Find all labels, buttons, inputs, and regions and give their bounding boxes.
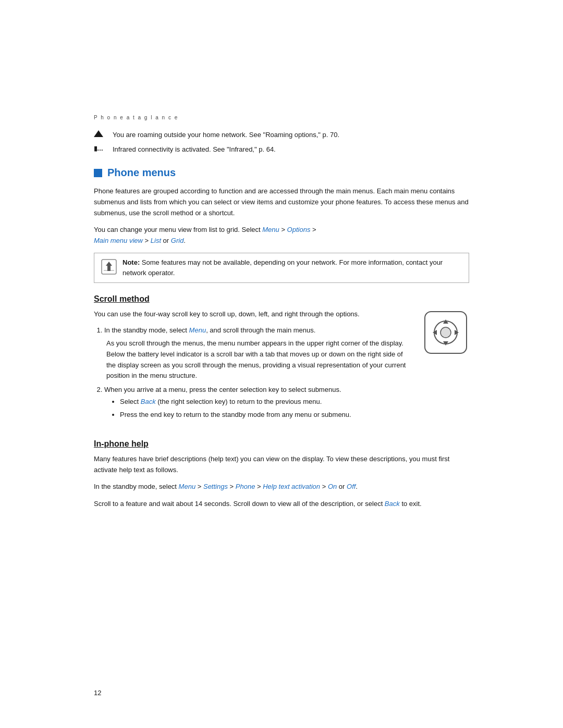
scroll-step1: In the standby mode, select Menu, and sc… — [104, 326, 412, 381]
step2-text: When you arrive at a menu, press the cen… — [104, 386, 341, 393]
scroll-steps: In the standby mode, select Menu, and sc… — [94, 326, 412, 421]
help-mid3: > — [255, 483, 263, 490]
in-phone-help-para3: Scroll to a feature and wait about 14 se… — [94, 499, 469, 510]
main-menu-view-link[interactable]: Main menu view — [94, 237, 143, 244]
help-mid1: > — [195, 483, 203, 490]
para2-prefix: You can change your menu view from list … — [94, 226, 262, 233]
scroll-key-svg — [422, 309, 469, 356]
help-end: . — [356, 483, 358, 490]
list-link[interactable]: List — [151, 237, 161, 244]
off-link[interactable]: Off — [347, 483, 356, 490]
phone-menus-title: Phone menus — [107, 167, 176, 179]
help-para3-prefix: Scroll to a feature and wait about 14 se… — [94, 500, 385, 508]
para2-mid1: > — [279, 226, 287, 233]
back-link-1[interactable]: Back — [141, 398, 156, 405]
ir-row: ▮… Infrared connectivity is activated. S… — [94, 144, 469, 155]
note-text-container: Note: Some features may not be available… — [123, 257, 462, 278]
bullet1-suffix: (the right selection key) to return to t… — [156, 398, 322, 405]
svg-rect-3 — [104, 270, 114, 271]
scroll-step2: When you arrive at a menu, press the cen… — [104, 386, 412, 421]
in-phone-help-heading: In-phone help — [94, 439, 469, 449]
phone-menus-para2: You can change your menu view from list … — [94, 225, 469, 246]
help-para2-prefix: In the standby mode, select — [94, 483, 179, 490]
step1-sub: As you scroll through the menus, the men… — [106, 338, 412, 381]
phone-menus-para1: Phone features are grouped according to … — [94, 186, 469, 218]
back-link-2[interactable]: Back — [385, 500, 400, 508]
options-link[interactable]: Options — [287, 226, 311, 233]
settings-link[interactable]: Settings — [203, 483, 228, 490]
scroll-section: You can use the four-way scroll key to s… — [94, 309, 469, 425]
help-menu-link[interactable]: Menu — [179, 483, 196, 490]
step1-menu-link[interactable]: Menu — [189, 326, 206, 334]
help-mid5: or — [337, 483, 347, 490]
step1-suffix: , and scroll through the main menus. — [206, 326, 315, 334]
bullet1-prefix: Select — [120, 398, 141, 405]
roaming-text: You are roaming outside your home networ… — [113, 130, 469, 140]
help-mid4: > — [320, 483, 328, 490]
scroll-para1: You can use the four-way scroll key to s… — [94, 309, 412, 320]
ir-icon: ▮… — [94, 145, 103, 152]
para2-end: . — [183, 237, 186, 244]
help-text-activation-link[interactable]: Help text activation — [263, 483, 320, 490]
blue-square-icon — [94, 169, 102, 177]
bullet-item-2: Press the end key to return to the stand… — [120, 410, 412, 421]
phone-menus-heading: Phone menus — [94, 167, 469, 179]
menu-link1[interactable]: Menu — [262, 226, 279, 233]
note-box: Note: Some features may not be available… — [94, 253, 469, 283]
scroll-text-block: You can use the four-way scroll key to s… — [94, 309, 412, 425]
ir-icon-cell: ▮… — [94, 145, 113, 152]
note-label: Note: — [123, 258, 140, 266]
in-phone-help-para1: Many features have brief descriptions (h… — [94, 454, 469, 476]
note-svg-icon — [101, 258, 117, 275]
scroll-method-heading: Scroll method — [94, 294, 469, 304]
triangle-icon-cell — [94, 130, 113, 137]
roaming-row: You are roaming outside your home networ… — [94, 130, 469, 140]
svg-marker-1 — [106, 262, 112, 266]
para2-mid4: or — [161, 237, 171, 244]
scroll-key-image — [422, 309, 469, 357]
scroll-bullets: Select Back (the right selection key) to… — [120, 397, 412, 421]
section-label: P h o n e a t a g l a n c e — [94, 115, 469, 120]
help-mid2: > — [228, 483, 236, 490]
in-phone-help-para2: In the standby mode, select Menu > Setti… — [94, 482, 469, 492]
on-link[interactable]: On — [328, 483, 337, 490]
para2-mid3: > — [143, 237, 151, 244]
grid-link[interactable]: Grid — [171, 237, 184, 244]
step1-prefix: In the standby mode, select — [104, 326, 189, 334]
bullet-item-1: Select Back (the right selection key) to… — [120, 397, 412, 408]
page-number: 12 — [94, 689, 101, 697]
roaming-icon — [94, 130, 103, 137]
phone-link[interactable]: Phone — [236, 483, 255, 490]
para2-mid2: > — [310, 226, 316, 233]
page: P h o n e a t a g l a n c e You are roam… — [0, 0, 563, 728]
svg-point-6 — [440, 327, 451, 338]
ir-text: Infrared connectivity is activated. See … — [113, 144, 469, 155]
help-para3-suffix: to exit. — [400, 500, 422, 508]
note-icon — [101, 258, 117, 275]
note-body: Some features may not be available, depe… — [123, 258, 443, 277]
